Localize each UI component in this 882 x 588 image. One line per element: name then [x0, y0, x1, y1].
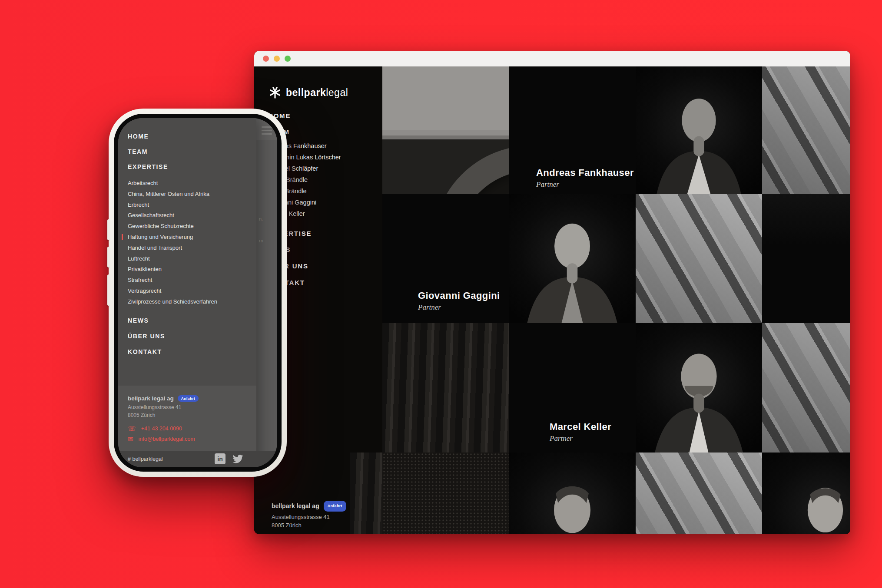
dark-photo-cell	[762, 194, 850, 323]
team-label-cell[interactable]: Andreas Fankhauser Partner	[509, 66, 636, 194]
mobile-expertise-submenu: ArbeitsrechtChina, Mittlerer Osten und A…	[128, 178, 256, 307]
phone-screen: n. rn HOME TEAM EXPERTISE ArbeitsrechtCh…	[118, 118, 277, 467]
logo-wordmark: bellparklegal	[286, 87, 348, 99]
envelope-icon: ✉	[128, 436, 133, 442]
mobile-contact-block: bellpark legal ag Anfahrt Ausstellungsst…	[118, 386, 256, 451]
address-line: Ausstellungsstrasse 41	[272, 513, 346, 521]
occluded-text-fragment: n.	[259, 216, 263, 221]
mobile-expertise-item[interactable]: Erbrecht	[128, 200, 256, 211]
logo-asterisk-icon	[269, 86, 282, 99]
mobile-nav-news[interactable]: NEWS	[128, 317, 256, 324]
email-link[interactable]: ✉ info@bellparklegal.com	[128, 436, 256, 442]
architecture-glass-photo	[762, 323, 850, 453]
hashtag-label: # bellparklegal	[128, 456, 163, 462]
mobile-expertise-item[interactable]: China, Mittlerer Osten und Afrika	[128, 189, 256, 200]
mobile-bottom-bar: # bellparklegal in	[118, 451, 277, 467]
address-line: 8005 Zürich	[272, 521, 346, 529]
hamburger-menu-icon[interactable]	[262, 126, 272, 137]
mobile-nav-team[interactable]: TEAM	[128, 148, 256, 155]
linkedin-icon[interactable]: in	[215, 453, 225, 464]
zoom-window-button[interactable]	[285, 56, 291, 62]
photo-team-member[interactable]	[762, 453, 850, 534]
minimize-window-button[interactable]	[274, 56, 280, 62]
anfahrt-badge[interactable]: Anfahrt	[178, 395, 199, 402]
team-member-name: Marcel Keller	[550, 421, 611, 433]
wood-bark-photo	[382, 323, 509, 453]
phone-mockup: n. rn HOME TEAM EXPERTISE ArbeitsrechtCh…	[109, 109, 287, 477]
photo-team-member[interactable]	[509, 453, 636, 534]
mobile-nav-ueber-uns[interactable]: ÜBER UNS	[128, 333, 256, 340]
architecture-glass-photo	[636, 194, 762, 323]
wood-bark-photo	[350, 453, 382, 534]
mobile-expertise-item[interactable]: Privatklienten	[128, 264, 256, 275]
phone-volume-down-button	[107, 247, 110, 268]
desktop-footer-address: bellpark legal ag Anfahrt Ausstellungsst…	[272, 501, 346, 529]
mobile-expertise-item[interactable]: Arbeitsrecht	[128, 178, 256, 189]
browser-window: Andreas Fankhauser Partner Giovanni Gagg…	[254, 51, 850, 534]
team-label-cell[interactable]: Marcel Keller Partner	[509, 323, 636, 453]
company-name: bellpark legal ag	[128, 395, 174, 402]
mobile-expertise-item[interactable]: Gewerbliche Schutzrechte	[128, 221, 256, 232]
mobile-nav-kontakt[interactable]: KONTAKT	[128, 348, 256, 355]
anfahrt-badge[interactable]: Anfahrt	[324, 501, 346, 512]
team-member-name: Andreas Fankhauser	[536, 167, 634, 178]
phone-icon: ☏	[128, 425, 136, 432]
wood-mesh-photo	[382, 453, 509, 534]
mobile-expertise-item[interactable]: Zivilprozesse und Schiedsverfahren	[128, 297, 256, 307]
mobile-nav-home[interactable]: HOME	[128, 133, 256, 140]
address-line: 8005 Zürich	[128, 412, 256, 420]
team-member-name: Giovanni Gaggini	[418, 290, 500, 301]
address-line: Ausstellungsstrasse 41	[128, 404, 256, 412]
company-name: bellpark legal ag	[272, 502, 319, 510]
mobile-nav-expertise[interactable]: EXPERTISE	[128, 163, 256, 170]
team-member-role: Partner	[536, 180, 634, 189]
mobile-expertise-item[interactable]: Gesellschaftsrecht	[128, 210, 256, 221]
mobile-expertise-item[interactable]: Strafrecht	[128, 275, 256, 286]
team-label-cell[interactable]: Giovanni Gaggini Partner	[382, 194, 509, 323]
phone-power-button	[107, 274, 110, 306]
site-logo[interactable]: bellparklegal	[269, 86, 348, 99]
mobile-expertise-item[interactable]: Vertragsrecht	[128, 286, 256, 297]
photo-marcel-keller[interactable]	[636, 323, 762, 453]
architecture-glass-photo	[762, 66, 850, 194]
mobile-menu-drawer: HOME TEAM EXPERTISE ArbeitsrechtChina, M…	[118, 118, 256, 467]
phone-link[interactable]: ☏ +41 43 204 0090	[128, 425, 256, 432]
team-member-role: Partner	[418, 303, 500, 312]
browser-titlebar	[254, 51, 850, 66]
photo-andreas-fankhauser[interactable]	[636, 66, 762, 194]
architecture-glass-photo	[636, 453, 762, 534]
close-window-button[interactable]	[263, 56, 269, 62]
mobile-expertise-item[interactable]: Handel und Transport	[128, 243, 256, 254]
occluded-text-fragment: rn	[259, 238, 263, 243]
site-content: Andreas Fankhauser Partner Giovanni Gagg…	[254, 66, 850, 534]
mobile-expertise-item[interactable]: Haftung und Versicherung	[128, 232, 256, 243]
twitter-icon[interactable]	[232, 453, 243, 465]
phone-volume-up-button	[107, 219, 110, 240]
architecture-arch-photo	[382, 66, 509, 194]
team-photo-grid: Andreas Fankhauser Partner Giovanni Gagg…	[382, 66, 850, 534]
mobile-expertise-item[interactable]: Luftrecht	[128, 254, 256, 264]
team-member-role: Partner	[550, 434, 611, 443]
photo-giovanni-gaggini[interactable]	[509, 194, 636, 323]
